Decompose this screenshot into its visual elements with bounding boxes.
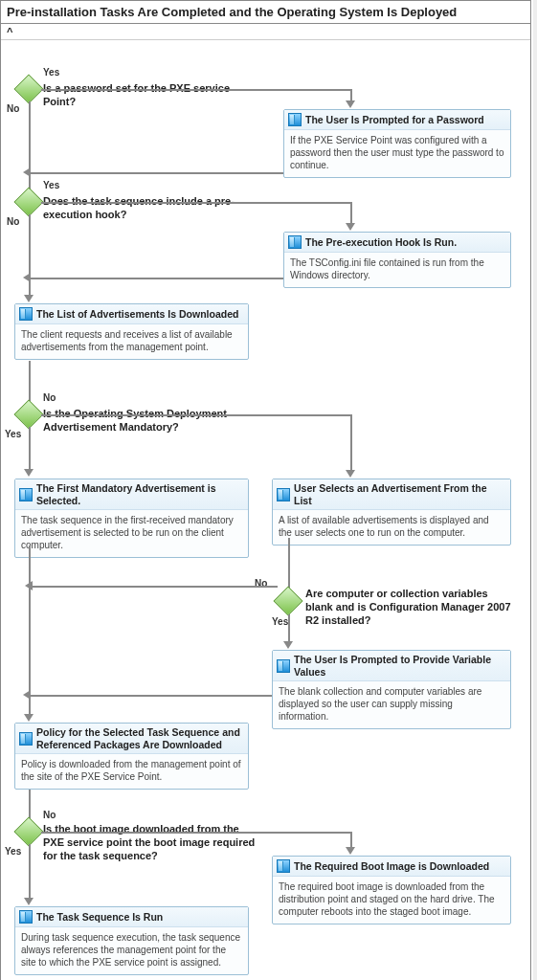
decision-text: Is the boot image downloaded from the PX…	[43, 823, 258, 862]
label-yes: Yes	[43, 180, 59, 190]
process-title: The Task Sequence Is Run	[36, 911, 163, 924]
connector	[29, 278, 283, 279]
connector	[29, 101, 31, 174]
connector	[29, 695, 31, 716]
connector	[288, 538, 290, 588]
arrow-icon	[346, 223, 355, 231]
decision-text: Is the Operating System Deployment Adver…	[43, 408, 254, 434]
flowchart-canvas: Yes No Is a password set for the PXE ser…	[1, 40, 530, 980]
arrow-icon	[346, 470, 355, 478]
flowchart-container: Pre-installation Tasks Are Completed and…	[0, 0, 531, 980]
connector	[41, 89, 352, 91]
process-icon	[19, 732, 33, 746]
process-body: The required boot image is downloaded fr…	[273, 877, 510, 924]
process-icon	[277, 859, 290, 873]
process-title: The User Is Prompted to Provide Variable…	[294, 654, 506, 678]
process-body: The TSConfig.ini file contained is run f…	[284, 253, 510, 287]
connector	[350, 414, 352, 472]
process-body: The task sequence in the first-received …	[15, 510, 248, 557]
connector	[29, 278, 31, 297]
process-boot-image-download: The Required Boot Image is Downloaded Th…	[272, 856, 511, 924]
label-yes: Yes	[43, 67, 59, 78]
arrow-icon	[283, 641, 293, 649]
decision-boot-image	[13, 816, 43, 846]
decision-ad-mandatory	[13, 399, 43, 429]
label-no: No	[43, 810, 56, 820]
process-body: The client requests and receives a list …	[15, 324, 248, 359]
process-title: The First Mandatory Advertisement is Sel…	[36, 482, 244, 506]
process-body: During task sequence execution, the task…	[15, 927, 248, 974]
process-icon	[277, 659, 290, 673]
process-body: A list of available advertisements is di…	[273, 510, 510, 545]
process-task-sequence-run: The Task Sequence Is Run During task seq…	[14, 906, 249, 975]
process-title: The Required Boot Image is Downloaded	[294, 860, 489, 873]
arrow-icon	[346, 100, 355, 108]
connector	[41, 202, 352, 204]
label-no: No	[7, 216, 19, 227]
label-yes: Yes	[272, 616, 288, 627]
decision-text: Is a password set for the PXE service Po…	[43, 82, 263, 109]
connector	[29, 361, 31, 401]
process-body: Policy is downloaded from the management…	[15, 754, 248, 789]
decision-text: Are computer or collection variables bla…	[305, 588, 511, 627]
connector	[29, 546, 31, 694]
decision-preexec-hook	[13, 187, 43, 216]
process-policy-download: Policy for the Selected Task Sequence an…	[14, 723, 249, 790]
connector	[41, 832, 352, 834]
process-icon	[288, 113, 302, 126]
connector	[29, 172, 283, 174]
arrow-icon	[346, 847, 355, 855]
label-yes: Yes	[5, 846, 21, 857]
arrow-icon	[24, 714, 34, 722]
decision-variables-blank	[273, 586, 302, 615]
connector	[41, 414, 352, 416]
connector	[288, 614, 290, 643]
process-title: The List of Advertisements Is Downloaded	[36, 308, 238, 321]
process-password-prompt: The User Is Prompted for a Password If t…	[283, 109, 511, 178]
connector	[29, 427, 31, 471]
scrollbar[interactable]	[533, 0, 537, 980]
process-first-mandatory-ad: The First Mandatory Advertisement is Sel…	[14, 479, 249, 558]
connector	[29, 790, 31, 818]
label-no: No	[7, 103, 19, 114]
arrow-icon	[24, 469, 34, 477]
process-title: The User Is Prompted for a Password	[305, 114, 484, 126]
connector	[29, 695, 272, 697]
decision-pxe-password	[13, 74, 43, 103]
arrow-icon	[25, 581, 33, 590]
process-body: The blank collection and computer variab…	[273, 681, 510, 728]
label-no: No	[43, 392, 56, 403]
process-body: If the PXE Service Point was configured …	[284, 130, 510, 177]
connector	[350, 202, 352, 225]
collapse-toggle[interactable]: ^	[1, 24, 530, 40]
process-adlist-download: The List of Advertisements Is Downloaded…	[14, 303, 249, 360]
process-user-selects-ad: User Selects an Advertisement From the L…	[272, 479, 511, 546]
connector	[29, 214, 31, 278]
arrow-icon	[24, 898, 34, 905]
process-title: User Selects an Advertisement From the L…	[294, 482, 506, 506]
connector	[31, 586, 278, 588]
process-icon	[288, 235, 302, 249]
process-title: The Pre-execution Hook Is Run.	[305, 236, 457, 249]
process-icon	[277, 488, 290, 501]
decision-text: Does the task sequence include a pre-exe…	[43, 195, 254, 222]
connector	[29, 844, 31, 900]
label-yes: Yes	[5, 429, 21, 439]
process-icon	[19, 307, 33, 321]
process-icon	[19, 488, 33, 501]
process-preexec-hook: The Pre-execution Hook Is Run. The TSCon…	[283, 232, 511, 288]
arrow-icon	[24, 295, 34, 302]
process-icon	[19, 910, 33, 924]
process-provide-variables: The User Is Prompted to Provide Variable…	[272, 650, 511, 729]
panel-title: Pre-installation Tasks Are Completed and…	[1, 1, 530, 24]
arrow-icon	[23, 167, 31, 177]
process-title: Policy for the Selected Task Sequence an…	[36, 726, 244, 750]
